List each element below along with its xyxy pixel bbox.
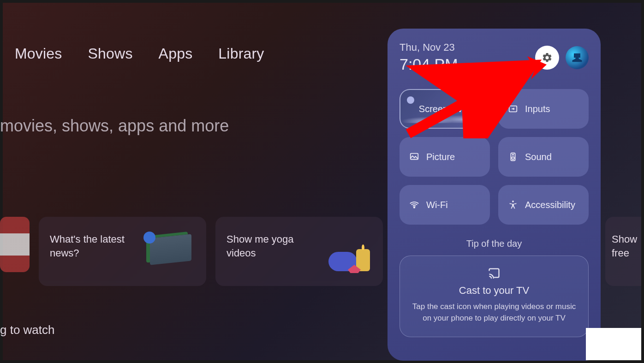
- tile-sound[interactable]: Sound: [498, 137, 589, 177]
- svg-point-4: [513, 154, 513, 155]
- tip-title: Cast to your TV: [411, 285, 577, 297]
- tile-label: Sound: [525, 152, 552, 162]
- suggestion-card-partial-right[interactable]: Show free: [605, 217, 641, 286]
- quick-settings-tiles: Screensaver Inputs Picture Sound Wi-Fi: [400, 89, 589, 225]
- svg-point-3: [512, 157, 514, 160]
- sound-icon: [507, 151, 519, 162]
- tile-label: Wi-Fi: [426, 200, 448, 210]
- suggestion-text: What's the latest news?: [50, 232, 128, 260]
- nav-apps[interactable]: Apps: [159, 45, 193, 62]
- svg-point-6: [512, 201, 514, 202]
- wifi-icon: [409, 199, 420, 210]
- tile-label: Picture: [426, 152, 455, 162]
- section-heading-partial: g to watch: [0, 323, 55, 337]
- suggestion-card-news[interactable]: What's the latest news?: [39, 217, 206, 286]
- profile-avatar[interactable]: [566, 46, 589, 69]
- assistant-suggestions: What's the latest news? Show me yoga vid…: [0, 217, 383, 286]
- quick-settings-panel: Thu, Nov 23 7:04 PM Screensaver Inputs: [388, 29, 601, 361]
- suggestion-text: Show me yoga videos: [227, 232, 305, 260]
- nav-shows[interactable]: Shows: [88, 45, 133, 62]
- tip-heading: Tip of the day: [400, 238, 589, 249]
- top-nav: Movies Shows Apps Library: [15, 45, 264, 62]
- suggestion-text-line: free: [612, 246, 638, 260]
- settings-button[interactable]: [535, 46, 559, 70]
- date-label: Thu, Nov 23: [400, 42, 458, 54]
- accessibility-icon: [507, 199, 519, 210]
- suggestion-text-line: Show: [612, 232, 638, 246]
- svg-point-5: [414, 207, 415, 208]
- tile-picture[interactable]: Picture: [400, 137, 490, 177]
- yoga-icon: [316, 232, 372, 274]
- tile-label: Screensaver: [419, 104, 471, 114]
- nav-library[interactable]: Library: [218, 45, 264, 62]
- tile-accessibility[interactable]: Accessibility: [498, 185, 589, 225]
- watermark-cover: [586, 328, 641, 360]
- tip-section: Tip of the day Cast to your TV Tap the c…: [400, 238, 589, 337]
- inputs-icon: [507, 103, 519, 114]
- tile-label: Accessibility: [525, 200, 575, 210]
- tile-label: Inputs: [525, 104, 550, 114]
- panel-header: Thu, Nov 23 7:04 PM: [400, 42, 589, 73]
- tip-description: Tap the cast icon when playing videos or…: [411, 301, 577, 324]
- cast-icon: [486, 266, 502, 280]
- newspaper-icon: [140, 232, 195, 274]
- tile-inputs[interactable]: Inputs: [498, 89, 589, 129]
- tile-wifi[interactable]: Wi-Fi: [400, 185, 490, 225]
- tip-card[interactable]: Cast to your TV Tap the cast icon when p…: [400, 256, 589, 337]
- time-label: 7:04 PM: [400, 55, 458, 73]
- gear-icon: [542, 52, 553, 63]
- tile-screensaver[interactable]: Screensaver: [400, 89, 490, 129]
- nav-movies[interactable]: Movies: [15, 45, 62, 62]
- content-card-partial-left[interactable]: [0, 217, 30, 272]
- picture-icon: [409, 151, 420, 162]
- suggestion-card-yoga[interactable]: Show me yoga videos: [215, 217, 383, 286]
- search-hint[interactable]: movies, shows, apps and more: [0, 116, 229, 136]
